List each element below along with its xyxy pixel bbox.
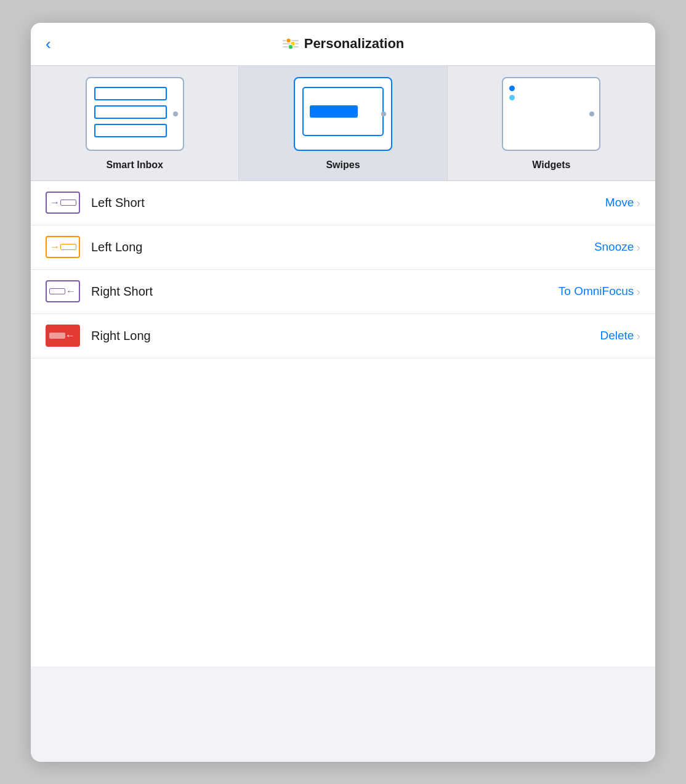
- right-short-action-text: To OmniFocus: [559, 285, 634, 298]
- tab-smart-inbox[interactable]: Smart Inbox: [31, 66, 239, 180]
- left-short-label: Left Short: [91, 196, 605, 210]
- left-long-action-group: Snooze ›: [594, 240, 640, 254]
- left-short-action-group: Move ›: [605, 196, 640, 210]
- empty-content-area: [31, 358, 655, 666]
- left-long-label: Left Long: [91, 240, 594, 254]
- header: ‹ Personalization: [31, 23, 655, 66]
- left-long-action-text: Snooze: [594, 240, 634, 254]
- tab-swipes[interactable]: Swipes: [239, 66, 447, 180]
- right-short-chevron: ›: [636, 285, 640, 299]
- right-long-label: Right Long: [91, 329, 600, 343]
- swipe-item-right-short[interactable]: Right Short To OmniFocus ›: [31, 270, 655, 314]
- left-long-chevron: ›: [636, 240, 640, 254]
- swipe-item-left-long[interactable]: Left Long Snooze ›: [31, 225, 655, 270]
- swipes-preview: [294, 77, 392, 151]
- swipe-list: Left Short Move › Left Long Snooze ›: [31, 181, 655, 358]
- swipe-item-left-short[interactable]: Left Short Move ›: [31, 181, 655, 225]
- left-short-icon: [46, 192, 80, 214]
- tab-bar: Smart Inbox Swipes: [31, 66, 655, 181]
- smart-inbox-preview: [86, 77, 184, 151]
- right-long-action-text: Delete: [600, 329, 634, 342]
- swipe-item-right-long[interactable]: Right Long Delete ›: [31, 314, 655, 358]
- right-long-action-group: Delete ›: [600, 329, 640, 343]
- left-long-icon: [46, 236, 80, 258]
- tab-widgets[interactable]: Widgets: [448, 66, 655, 180]
- right-short-icon: [46, 280, 80, 302]
- widgets-preview: [502, 77, 600, 151]
- left-short-action-text: Move: [605, 196, 634, 209]
- svg-point-3: [286, 38, 291, 43]
- right-short-action-group: To OmniFocus ›: [559, 285, 640, 299]
- right-short-label: Right Short: [91, 285, 559, 299]
- left-short-chevron: ›: [636, 196, 640, 210]
- right-long-icon: [46, 325, 80, 347]
- swipes-label: Swipes: [326, 160, 360, 171]
- back-button[interactable]: ‹: [46, 36, 51, 52]
- svg-point-5: [288, 44, 293, 49]
- personalization-icon: [282, 36, 299, 51]
- widgets-label: Widgets: [532, 160, 570, 171]
- page-title: Personalization: [304, 36, 405, 52]
- header-title-group: Personalization: [282, 36, 405, 52]
- app-container: ‹ Personalization: [31, 23, 655, 762]
- right-long-chevron: ›: [636, 329, 640, 343]
- smart-inbox-label: Smart Inbox: [106, 160, 163, 171]
